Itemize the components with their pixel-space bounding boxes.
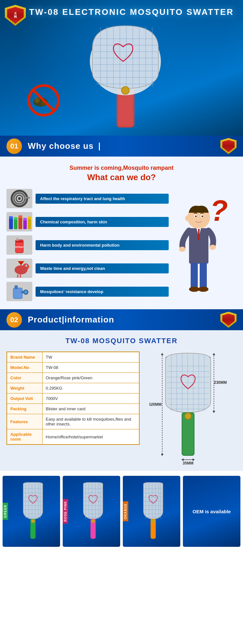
table-row: Color Orange/Rose pink/Green bbox=[7, 373, 139, 383]
product-title: TW-08 MOSQUITO SWATTER bbox=[6, 337, 237, 345]
why-item-img-4 bbox=[6, 259, 32, 278]
svg-rect-36 bbox=[18, 215, 22, 218]
why-items-area: Affect the respiratory tract and lung he… bbox=[6, 189, 237, 301]
product-specs-table: Brand Name TW Model.No TW-08 Color Orang… bbox=[6, 352, 140, 445]
registered-mark: ® bbox=[25, 5, 27, 9]
table-row: Model.No TW-08 bbox=[7, 363, 139, 373]
why-content: Summer is coming,Mosquito rampant What c… bbox=[0, 157, 243, 309]
why-headline: Summer is coming,Mosquito rampant What c… bbox=[6, 165, 237, 182]
svg-point-47 bbox=[23, 263, 29, 270]
why-section-title: Why choose us bbox=[28, 141, 100, 151]
why-item-4: Waste time and energy,not clean bbox=[6, 259, 169, 278]
variant-oem: OEM is available bbox=[183, 476, 240, 547]
svg-point-71 bbox=[185, 215, 190, 221]
spec-key-brand: Brand Name bbox=[7, 352, 42, 363]
why-item-img-3: SPRAY bbox=[6, 235, 32, 255]
svg-rect-31 bbox=[9, 218, 13, 229]
no-bugs-badge bbox=[27, 84, 60, 118]
swatter-illustration bbox=[32, 23, 217, 129]
svg-point-75 bbox=[201, 216, 203, 217]
spec-key-weight: Weight bbox=[7, 383, 42, 394]
svg-rect-44 bbox=[16, 241, 23, 242]
svg-text:35MM: 35MM bbox=[183, 461, 193, 465]
svg-rect-30 bbox=[24, 197, 30, 199]
spec-key-volt: Output Volt bbox=[7, 394, 42, 404]
table-row: Weight 0.295KG bbox=[7, 383, 139, 394]
spec-val-volt: 7000V bbox=[42, 394, 139, 404]
spec-val-model: TW-08 bbox=[42, 363, 139, 373]
spec-val-packing: Blister and inner card bbox=[42, 404, 139, 414]
table-row: Output Volt 7000V bbox=[7, 394, 139, 404]
svg-point-65 bbox=[179, 247, 185, 252]
svg-point-69 bbox=[189, 287, 199, 292]
why-item-3: SPRAY Harm body and environmental pollut… bbox=[6, 235, 169, 255]
section-01-number: 01 bbox=[6, 138, 22, 154]
spec-val-features: Easy and available to kill mosquitoes,fl… bbox=[42, 414, 139, 429]
spec-key-features: Features bbox=[7, 414, 42, 429]
spec-key-packing: Packing bbox=[7, 404, 42, 414]
spec-key-applicable: Applicable room bbox=[7, 429, 42, 445]
logo-text: 天网 bbox=[14, 12, 17, 19]
why-item-2: Chemical composition, harm skin bbox=[6, 212, 169, 231]
svg-marker-109 bbox=[193, 458, 195, 461]
svg-point-102 bbox=[185, 413, 191, 419]
svg-point-20 bbox=[122, 87, 129, 94]
hero-title: TW-08 ELECTRONIC MOSQUITO SWATTER bbox=[29, 7, 234, 17]
svg-rect-67 bbox=[191, 263, 198, 289]
svg-marker-105 bbox=[161, 454, 164, 456]
swatter-svg bbox=[57, 23, 193, 129]
why-item-label-4: Waste time and energy,not clean bbox=[36, 263, 169, 273]
svg-text:230MM: 230MM bbox=[214, 380, 227, 385]
svg-marker-97 bbox=[213, 353, 215, 355]
product-section-title: Product|information bbox=[28, 315, 114, 325]
why-item-img-1 bbox=[6, 189, 32, 208]
why-item-label-3: Harm body and environmental pollution bbox=[36, 240, 169, 250]
why-item-5: Mosquitoes' resistance develop bbox=[6, 282, 169, 301]
section-01-logo bbox=[220, 138, 237, 154]
svg-point-50 bbox=[26, 265, 27, 266]
variant-orange: ORANGE bbox=[123, 476, 180, 547]
svg-rect-57 bbox=[14, 288, 22, 298]
svg-rect-34 bbox=[14, 217, 17, 220]
svg-rect-33 bbox=[14, 219, 17, 229]
svg-text:SPRAY: SPRAY bbox=[15, 246, 24, 249]
svg-rect-58 bbox=[15, 285, 18, 289]
product-layout: Brand Name TW Model.No TW-08 Color Orang… bbox=[6, 352, 237, 465]
spec-val-brand: TW bbox=[42, 352, 139, 363]
svg-rect-32 bbox=[9, 216, 13, 219]
svg-point-158 bbox=[151, 519, 155, 523]
variant-green: GREEN bbox=[3, 476, 60, 547]
why-item-label-5: Mosquitoes' resistance develop bbox=[36, 287, 169, 297]
svg-text:?: ? bbox=[210, 195, 228, 227]
product-specs-table-wrap: Brand Name TW Model.No TW-08 Color Orang… bbox=[6, 352, 140, 465]
svg-rect-68 bbox=[200, 263, 207, 289]
spec-val-applicable: Home/office/hotel/supermarket bbox=[42, 429, 139, 445]
why-item-label-1: Affect the respiratory tract and lung he… bbox=[36, 194, 169, 204]
why-items-list: Affect the respiratory tract and lung he… bbox=[6, 189, 169, 301]
svg-rect-38 bbox=[23, 218, 27, 220]
spec-key-model: Model.No bbox=[7, 363, 42, 373]
oem-text: OEM is available bbox=[193, 509, 231, 514]
why-section-banner: 01 Why choose us bbox=[0, 136, 243, 157]
svg-point-73 bbox=[195, 216, 196, 217]
table-row: Applicable room Home/office/hotel/superm… bbox=[7, 429, 139, 445]
why-item-img-5 bbox=[6, 282, 32, 301]
product-info-content: TW-08 MOSQUITO SWATTER Brand Name TW Mod… bbox=[0, 330, 243, 471]
product-diagram: 200MM bbox=[146, 352, 237, 465]
svg-point-29 bbox=[18, 197, 21, 200]
spec-key-color: Color bbox=[7, 373, 42, 383]
why-headline-main: What can we do? bbox=[6, 172, 237, 182]
hero-section: 天网 ® TW-08 ELECTRONIC MOSQUITO SWATTER bbox=[0, 0, 243, 136]
svg-marker-108 bbox=[182, 458, 184, 461]
svg-rect-37 bbox=[23, 220, 27, 229]
svg-point-70 bbox=[198, 287, 208, 292]
why-item-label-2: Chemical composition, harm skin bbox=[36, 217, 169, 227]
variant-label-orange: ORANGE bbox=[123, 501, 128, 521]
svg-marker-104 bbox=[161, 353, 164, 355]
svg-text:520MM: 520MM bbox=[149, 402, 162, 407]
why-headline-sub: Summer is coming,Mosquito rampant bbox=[6, 165, 237, 171]
svg-point-22 bbox=[35, 98, 40, 103]
svg-rect-43 bbox=[16, 238, 18, 241]
why-item-img-2 bbox=[6, 212, 32, 231]
table-row: Brand Name TW bbox=[7, 352, 139, 363]
